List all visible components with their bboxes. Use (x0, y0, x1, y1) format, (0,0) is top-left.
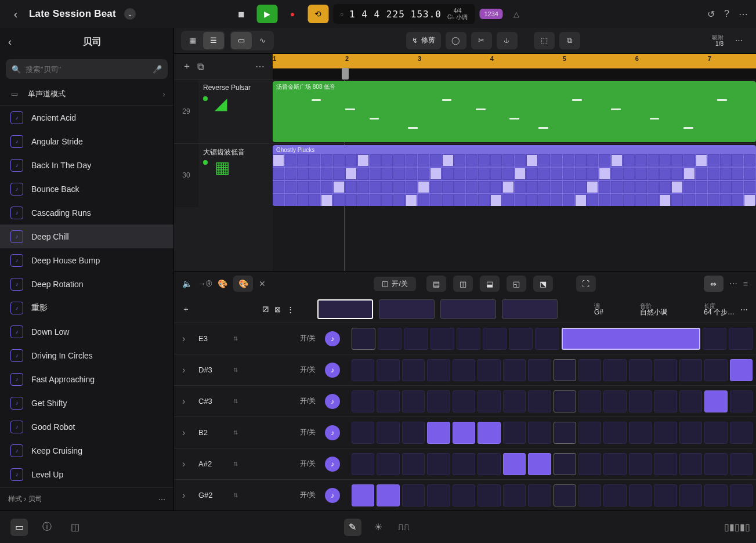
step-cell[interactable] (730, 359, 753, 381)
step-cell[interactable] (453, 390, 475, 412)
step-cell[interactable] (603, 359, 626, 381)
step-cell[interactable] (629, 390, 652, 412)
step-cell[interactable] (679, 453, 702, 475)
step-cell[interactable] (377, 484, 399, 506)
step-cell[interactable] (402, 484, 425, 506)
view-c-icon[interactable]: ⬓ (480, 276, 500, 292)
step-cell[interactable] (478, 359, 500, 381)
preset-item[interactable]: ♪Level Up (0, 462, 173, 486)
step-cell[interactable] (453, 453, 475, 475)
step-cell[interactable] (352, 484, 374, 506)
step-cell[interactable] (554, 484, 576, 506)
scissors-icon[interactable]: ✂ (471, 32, 492, 49)
view-b-icon[interactable]: ◫ (453, 276, 473, 292)
step-cell[interactable] (654, 390, 677, 412)
step-cell[interactable] (378, 328, 401, 350)
count-in-button[interactable]: 1234 (480, 9, 503, 19)
step-cell[interactable] (578, 390, 601, 412)
library-icon[interactable]: ▭ (10, 519, 28, 536)
preset-item[interactable]: ♪Angular Stride (0, 129, 173, 153)
step-cell[interactable] (654, 422, 677, 444)
tracks-more-icon[interactable]: ⋯ (255, 61, 265, 72)
step-cell[interactable] (427, 484, 450, 506)
preset-item[interactable]: ♪Good Robot (0, 415, 173, 439)
pattern-thumb-1[interactable] (317, 299, 373, 319)
loop-tool-icon[interactable]: ◯ (446, 32, 466, 49)
step-cell[interactable] (528, 422, 551, 444)
preset-item[interactable]: ♪Back In The Day (0, 153, 173, 177)
step-cell[interactable] (730, 453, 753, 475)
view-d-icon[interactable]: ◱ (507, 276, 526, 292)
play-button[interactable]: ▶ (256, 5, 277, 23)
dice-icon[interactable]: ⚂ (262, 305, 269, 314)
step-cell[interactable] (603, 422, 626, 444)
note-dot-icon[interactable]: ♪ (325, 394, 340, 409)
step-cell[interactable] (679, 390, 702, 412)
preset-item[interactable]: ♪Deep Chill (0, 225, 173, 248)
step-cell[interactable] (509, 328, 533, 350)
step-info-more-icon[interactable]: ⋯ (740, 305, 748, 314)
transport-lcd[interactable]: ○ 1 4 4 225 153.0 4/4 G♭ 小调 (333, 4, 475, 24)
sort-icon[interactable]: ⇅ (233, 492, 238, 498)
step-cell[interactable] (704, 484, 727, 506)
note-dot-icon[interactable]: ♪ (325, 488, 340, 503)
step-more-icon[interactable]: ⋯ (729, 279, 737, 288)
drag-handle-icon[interactable]: ≡ (743, 279, 748, 288)
step-head-more-icon[interactable]: ⋮ (287, 305, 294, 314)
search-input[interactable] (26, 65, 148, 74)
step-cell[interactable] (503, 359, 526, 381)
function-menu[interactable]: ↯ 修剪 (406, 32, 441, 49)
step-cell[interactable] (578, 453, 601, 475)
step-cell[interactable] (377, 453, 399, 475)
palette-icon[interactable]: 🎨 (218, 279, 227, 288)
note-dot-icon[interactable]: ♪ (325, 425, 340, 440)
ruler[interactable]: 1234567 (273, 54, 756, 79)
sidebar-more-icon[interactable]: ⋯ (158, 495, 165, 504)
step-cell[interactable] (654, 359, 677, 381)
add-track-icon[interactable]: ＋ (182, 60, 191, 73)
stop-button[interactable]: ◼ (231, 5, 252, 23)
step-cell[interactable] (704, 422, 727, 444)
automation-icon[interactable]: ∿ (252, 32, 273, 49)
toolbar-more-icon[interactable]: ⋯ (728, 32, 749, 49)
step-cell[interactable] (528, 390, 551, 412)
step-cell[interactable] (554, 390, 576, 412)
step-cell[interactable] (478, 453, 500, 475)
step-cell[interactable] (427, 390, 450, 412)
close-x-icon[interactable]: ✕ (259, 279, 266, 288)
step-cell[interactable] (503, 422, 526, 444)
step-cell[interactable] (352, 359, 374, 381)
copy-icon[interactable]: ⧉ (559, 32, 580, 49)
step-cell[interactable] (402, 359, 425, 381)
step-cell[interactable] (453, 359, 475, 381)
step-cell[interactable] (404, 328, 428, 350)
step-cell[interactable] (729, 328, 753, 350)
step-cell[interactable] (654, 453, 677, 475)
link-icon[interactable]: ⇔ (704, 276, 724, 292)
expand-row-icon[interactable]: › (182, 490, 193, 501)
pattern-thumb-2[interactable] (379, 299, 435, 319)
step-cell[interactable] (704, 390, 727, 412)
step-cell[interactable] (730, 422, 753, 444)
step-cell[interactable] (578, 422, 601, 444)
track-enable-dot[interactable] (203, 96, 208, 101)
region[interactable]: Ghostly Plucks (273, 145, 756, 206)
note-dot-icon[interactable]: ♪ (325, 457, 340, 472)
step-cell[interactable] (629, 359, 652, 381)
track-header[interactable]: Reverse Pulsar◢ (198, 80, 273, 143)
step-cell[interactable] (554, 359, 576, 381)
step-cell[interactable] (483, 328, 507, 350)
view-a-icon[interactable]: ▤ (426, 276, 446, 292)
step-cell[interactable] (703, 328, 726, 350)
step-cell[interactable] (730, 390, 753, 412)
search-field[interactable]: 🔍 🎤 (6, 59, 168, 79)
sort-icon[interactable]: ⇅ (233, 461, 238, 467)
step-cell[interactable] (352, 422, 374, 444)
step-cell[interactable] (427, 359, 450, 381)
preset-item[interactable]: ♪Keep Cruising (0, 439, 173, 462)
project-menu-chev-icon[interactable]: ⌄ (124, 8, 136, 20)
sort-icon[interactable]: ⇅ (233, 398, 238, 404)
join-icon[interactable]: ⫝ (497, 32, 518, 49)
metronome-icon[interactable]: △ (508, 5, 525, 23)
expand-row-icon[interactable]: › (182, 334, 193, 344)
